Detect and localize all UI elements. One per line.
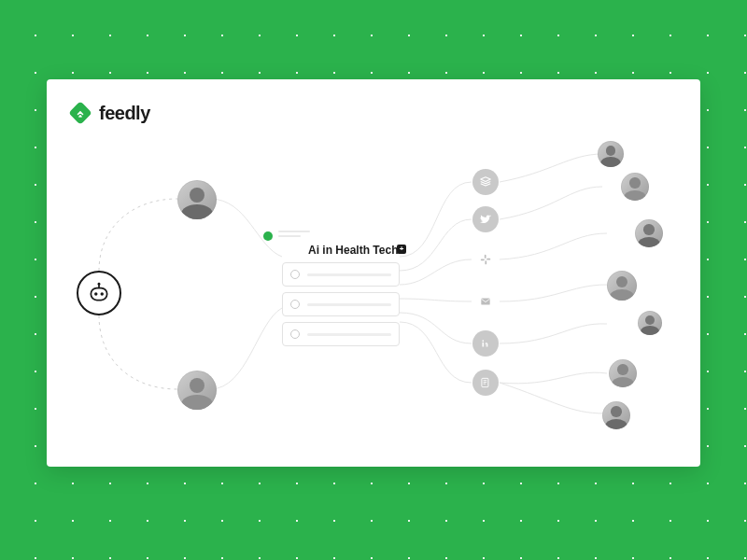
article-row-3	[282, 322, 400, 346]
buffer-icon	[479, 175, 492, 189]
leo-ai-node	[77, 271, 121, 315]
audience-avatar-3	[635, 219, 663, 247]
svg-point-5	[98, 283, 101, 286]
audience-avatar-1	[598, 141, 624, 167]
audience-avatar-4	[607, 271, 637, 301]
channel-twitter	[472, 206, 499, 232]
svg-rect-6	[485, 255, 486, 259]
svg-point-13	[482, 340, 484, 342]
channel-newsletter	[472, 370, 499, 396]
robot-icon	[87, 281, 111, 305]
svg-rect-8	[481, 259, 485, 260]
board-subtitle-skeleton	[278, 231, 310, 237]
board-add-badge[interactable]: +	[397, 245, 406, 254]
email-icon	[479, 295, 492, 308]
board-status-dot	[263, 231, 273, 241]
article-row-1	[282, 262, 400, 287]
channel-linkedin	[472, 330, 499, 357]
curator-avatar-1	[177, 180, 217, 219]
svg-rect-10	[481, 299, 489, 305]
linkedin-icon	[479, 337, 492, 350]
svg-rect-14	[482, 378, 488, 386]
channel-buffer	[472, 169, 499, 195]
channel-slack	[472, 246, 499, 273]
article-row-2	[282, 292, 400, 316]
audience-avatar-5	[638, 311, 662, 335]
slack-icon	[479, 253, 492, 266]
board-title: Ai in Health Tech	[308, 244, 398, 257]
svg-rect-1	[91, 288, 106, 301]
newsletter-icon	[479, 376, 492, 389]
audience-avatar-7	[602, 401, 630, 429]
svg-point-2	[94, 292, 97, 295]
audience-avatar-2	[621, 173, 649, 201]
svg-point-3	[101, 292, 104, 295]
svg-rect-12	[483, 343, 485, 347]
twitter-icon	[479, 213, 492, 226]
curator-avatar-2	[177, 371, 217, 410]
diagram-card: feedly	[47, 79, 700, 467]
svg-rect-7	[485, 260, 486, 264]
audience-avatar-6	[609, 359, 637, 387]
svg-rect-9	[486, 259, 490, 260]
channel-email	[472, 288, 499, 315]
